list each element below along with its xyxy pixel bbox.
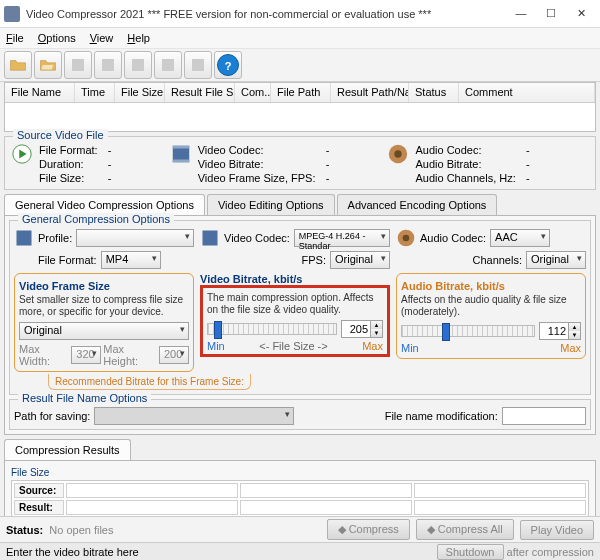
- abr-slider[interactable]: [401, 325, 535, 337]
- vcodec-combo[interactable]: MPEG-4 H.264 - Standar: [294, 229, 390, 247]
- fileformat-lbl: File Format:: [38, 254, 97, 266]
- tab-compression-results[interactable]: Compression Results: [4, 439, 131, 460]
- file-table-header: File Name Time File Size Result File Siz…: [5, 83, 595, 103]
- abr-spin-up[interactable]: ▲: [568, 323, 580, 331]
- footer-hint: Enter the video bitrate here: [6, 546, 139, 558]
- channels-lbl: Channels:: [472, 254, 522, 266]
- maxw-field[interactable]: 320: [71, 346, 101, 364]
- col-status[interactable]: Status: [409, 83, 459, 102]
- vbr-spin-up[interactable]: ▲: [370, 321, 382, 329]
- rec-bitrate-link[interactable]: Recommended Bitrate for this Frame Size:: [48, 374, 251, 390]
- speaker-icon: [387, 143, 409, 165]
- source-video-file-group: Source Video File File Format: Duration:…: [4, 136, 596, 190]
- compress-button-tb[interactable]: [124, 51, 152, 79]
- footer: Enter the video bitrate here Shutdown af…: [0, 542, 600, 560]
- help-icon: ?: [217, 54, 239, 76]
- tab-general[interactable]: General Video Compression Options: [4, 194, 205, 215]
- close-button[interactable]: ✕: [566, 4, 596, 24]
- file-table: File Name Time File Size Result File Siz…: [4, 82, 596, 132]
- titlebar: Video Compressor 2021 *** FREE version f…: [0, 0, 600, 28]
- svf-abitrate-val: -: [522, 157, 534, 171]
- abr-spin-down[interactable]: ▼: [568, 331, 580, 339]
- profile-combo[interactable]: [76, 229, 194, 247]
- gco-title: General Compression Options: [18, 213, 174, 225]
- menu-help[interactable]: Help: [127, 32, 150, 44]
- col-comment[interactable]: Comment: [459, 83, 595, 102]
- cr-source-1: [66, 483, 238, 498]
- cr-result-lbl: Result:: [14, 500, 64, 515]
- cr-fs-label: File Size: [11, 467, 589, 478]
- help-button[interactable]: ?: [214, 51, 242, 79]
- fileformat-combo[interactable]: MP4: [101, 251, 161, 269]
- fps-combo[interactable]: Original: [330, 251, 390, 269]
- cr-source-lbl: Source:: [14, 483, 64, 498]
- channels-combo[interactable]: Original: [526, 251, 586, 269]
- vbr-spin-down[interactable]: ▼: [370, 329, 382, 337]
- vbr-mid: <- File Size ->: [259, 340, 327, 352]
- vfs-title: Video Frame Size: [19, 280, 189, 292]
- svf-vfps-val: -: [321, 171, 333, 185]
- col-filename[interactable]: File Name: [5, 83, 75, 102]
- remove-button[interactable]: [64, 51, 92, 79]
- col-time[interactable]: Time: [75, 83, 115, 102]
- maxh-field[interactable]: 200: [159, 346, 189, 364]
- menu-view[interactable]: View: [90, 32, 114, 44]
- svf-fileformat-val: -: [104, 143, 116, 157]
- vbr-spinbox[interactable]: ▲▼: [341, 320, 383, 338]
- col-resultpath[interactable]: Result Path/Na...: [331, 83, 409, 102]
- svf-duration-val: -: [104, 157, 116, 171]
- status-value: No open files: [49, 524, 320, 536]
- path-saving-combo[interactable]: [94, 407, 294, 425]
- acodec-combo[interactable]: AAC: [490, 229, 550, 247]
- abr-title: Audio Bitrate, kbit/s: [401, 280, 581, 292]
- clear-button[interactable]: [94, 51, 122, 79]
- menu-file[interactable]: File: [6, 32, 24, 44]
- col-filepath[interactable]: File Path: [271, 83, 331, 102]
- svf-achannels-lbl: Audio Channels, Hz:: [415, 171, 515, 185]
- path-saving-lbl: Path for saving:: [14, 410, 90, 422]
- svg-rect-0: [72, 59, 84, 71]
- open-file-button[interactable]: [4, 51, 32, 79]
- tab-editing[interactable]: Video Editing Options: [207, 194, 335, 215]
- vbr-min: Min: [207, 340, 225, 352]
- toolbar: ?: [0, 48, 600, 82]
- col-resultsize[interactable]: Result File Size: [165, 83, 235, 102]
- maximize-button[interactable]: ☐: [536, 4, 566, 24]
- compress-all-button-tb[interactable]: [154, 51, 182, 79]
- abr-input[interactable]: [540, 323, 568, 339]
- minimize-button[interactable]: —: [506, 4, 536, 24]
- abr-min: Min: [401, 342, 419, 354]
- vfs-combo[interactable]: Original: [19, 322, 189, 340]
- cr-source-3: [414, 483, 586, 498]
- svf-vbitrate-lbl: Video Bitrate:: [198, 157, 316, 171]
- play-icon: [11, 143, 33, 165]
- play-video-button[interactable]: Play Video: [520, 520, 594, 540]
- svf-duration-lbl: Duration:: [39, 157, 98, 171]
- vbr-slider[interactable]: [207, 323, 337, 335]
- compress-all-button[interactable]: ◆ Compress All: [416, 519, 514, 540]
- shutdown-button[interactable]: Shutdown: [437, 544, 504, 560]
- svf-fileformat-lbl: File Format:: [39, 143, 98, 157]
- file-table-body[interactable]: [5, 103, 595, 131]
- menu-options[interactable]: Options: [38, 32, 76, 44]
- film-icon: [14, 228, 34, 248]
- svf-filesize-val: -: [104, 171, 116, 185]
- acodec-lbl: Audio Codec:: [420, 232, 486, 244]
- svf-filesize-lbl: File Size:: [39, 171, 98, 185]
- open-folder-button[interactable]: [34, 51, 62, 79]
- compress-button[interactable]: ◆ Compress: [327, 519, 410, 540]
- svg-rect-8: [172, 160, 189, 163]
- abr-spinbox[interactable]: ▲▼: [539, 322, 581, 340]
- svf-vbitrate-val: -: [321, 157, 333, 171]
- col-filesize[interactable]: File Size: [115, 83, 165, 102]
- svg-rect-1: [102, 59, 114, 71]
- col-com[interactable]: Com...: [235, 83, 271, 102]
- svf-abitrate-lbl: Audio Bitrate:: [415, 157, 515, 171]
- svf-vfps-lbl: Video Frame Size, FPS:: [198, 171, 316, 185]
- filename-mod-field[interactable]: [502, 407, 586, 425]
- vbr-input[interactable]: [342, 321, 370, 337]
- vbr-highlight: The main compression option. Affects on …: [200, 285, 390, 357]
- tab-advanced[interactable]: Advanced Encoding Options: [337, 194, 498, 215]
- play-button-tb[interactable]: [184, 51, 212, 79]
- status-label: Status:: [6, 524, 43, 536]
